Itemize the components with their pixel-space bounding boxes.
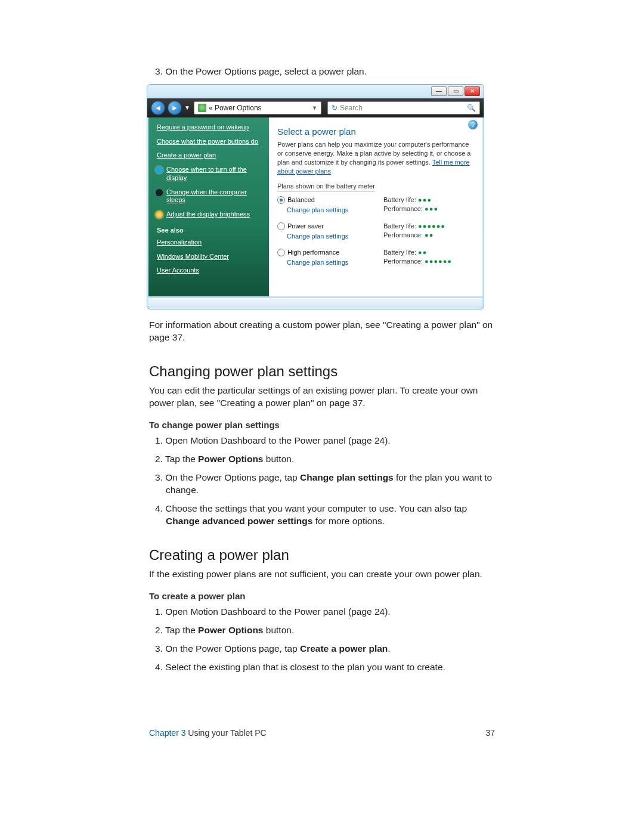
sidebar-item-create-plan[interactable]: Create a power plan	[157, 151, 263, 160]
plan-row-balanced: BalancedChange plan settingsBattery life…	[277, 196, 474, 215]
page-footer: Chapter 3 Using your Tablet PC 37	[149, 727, 495, 739]
performance-dots: ●●	[425, 231, 434, 239]
plan-row-power-saver: Power saverChange plan settingsBattery l…	[277, 222, 474, 241]
performance-label: Performance:	[383, 231, 423, 239]
proc-b-title: To create a power plan	[149, 590, 495, 602]
proc-b-step4: 4. Select the existing plan that is clos…	[149, 661, 495, 674]
battery-label: Battery life:	[383, 249, 416, 256]
search-placeholder: Search	[340, 103, 467, 113]
refresh-icon[interactable]: ↻	[332, 103, 338, 113]
plan-radio[interactable]	[277, 222, 285, 230]
section-creating-heading: Creating a power plan	[149, 546, 495, 565]
footer-chapter: Chapter 3	[149, 728, 185, 738]
sidebar-item-password[interactable]: Require a password on wakeup	[157, 123, 263, 132]
performance-label: Performance:	[383, 205, 423, 212]
performance-dots: ●●●	[425, 205, 438, 212]
nav-history-dropdown[interactable]: ▼	[184, 104, 190, 112]
battery-label: Battery life:	[383, 196, 416, 203]
proc-a-step4: 4. Choose the settings that you want you…	[149, 503, 495, 528]
forward-button[interactable]: ►	[168, 101, 182, 115]
pane-heading: Select a power plan	[277, 126, 474, 138]
footer-page-number: 37	[485, 727, 495, 739]
minimize-button[interactable]: —	[431, 86, 447, 96]
proc-a-step2: 2. Tap the Power Options button.	[149, 453, 495, 466]
breadcrumb-text: « Power Options	[209, 103, 262, 113]
section-changing-heading: Changing power plan settings	[149, 362, 495, 381]
status-bar	[148, 298, 482, 308]
proc-b-step3: 3. On the Power Options page, tap Create…	[149, 643, 495, 655]
change-plan-settings-link[interactable]: Change plan settings	[287, 206, 379, 215]
sidebar-item-brightness[interactable]: Adjust the display brightness	[157, 210, 263, 219]
step-3: 3. On the Power Options page, select a p…	[149, 66, 495, 78]
plan-name: Balanced	[287, 196, 315, 205]
sidebar-item-buttons[interactable]: Choose what the power buttons do	[157, 138, 263, 146]
change-plan-settings-link[interactable]: Change plan settings	[287, 232, 379, 241]
section-creating-intro: If the existing power plans are not suff…	[149, 568, 495, 581]
sidebar-item-sleep[interactable]: Change when the computer sleeps	[157, 188, 263, 205]
monitor-icon	[156, 166, 163, 174]
sidebar-item-display-off[interactable]: Choose when to turn off the display	[157, 166, 263, 182]
explorer-navbar: ◄ ► ▼ « Power Options ▼ ↻ Search 🔍	[147, 98, 484, 117]
plan-name: Power saver	[287, 222, 324, 231]
sidebar-see-also-mobility[interactable]: Windows Mobility Center	[157, 253, 263, 261]
maximize-button[interactable]: ▭	[448, 86, 463, 96]
main-pane: ? Select a power plan Power plans can he…	[269, 117, 482, 296]
plan-radio[interactable]	[277, 196, 285, 204]
breadcrumb-dropdown-icon[interactable]: ▼	[312, 104, 317, 112]
proc-b-step2: 2. Tap the Power Options button.	[149, 624, 495, 637]
plan-row-high-performance: High performanceChange plan settingsBatt…	[277, 248, 474, 267]
close-button[interactable]: ✕	[465, 86, 480, 96]
sidebar-see-also-accounts[interactable]: User Accounts	[157, 267, 263, 275]
plan-radio[interactable]	[277, 249, 285, 256]
back-button[interactable]: ◄	[151, 101, 165, 115]
performance-label: Performance:	[383, 258, 423, 265]
proc-a-step1: 1. Open Motion Dashboard to the Power pa…	[149, 435, 495, 447]
search-icon[interactable]: 🔍	[467, 103, 476, 113]
address-breadcrumb[interactable]: « Power Options ▼	[194, 101, 321, 114]
battery-dots: ●●●	[418, 196, 432, 203]
pane-description: Power plans can help you maximize your c…	[277, 140, 474, 175]
section-changing-intro: You can edit the particular settings of …	[149, 385, 495, 410]
proc-a-step3: 3. On the Power Options page, tap Change…	[149, 472, 495, 497]
power-options-window: — ▭ ✕ ◄ ► ▼ « Power Options ▼ ↻ Search 🔍…	[147, 84, 484, 309]
help-icon[interactable]: ?	[468, 120, 478, 129]
moon-icon	[156, 189, 163, 196]
battery-dots: ●●●●●●	[418, 222, 445, 230]
proc-a-title: To change power plan settings	[149, 419, 495, 431]
see-also-heading: See also	[157, 226, 263, 235]
search-input[interactable]: ↻ Search 🔍	[327, 101, 480, 114]
battery-label: Battery life:	[383, 222, 416, 230]
plan-name: High performance	[287, 248, 339, 257]
change-plan-settings-link[interactable]: Change plan settings	[287, 258, 379, 267]
plans-group-label: Plans shown on the battery meter	[277, 182, 375, 193]
footer-title: Using your Tablet PC	[185, 728, 266, 738]
sun-icon	[156, 211, 163, 218]
performance-dots: ●●●●●●	[425, 258, 452, 265]
power-icon	[198, 104, 206, 112]
window-titlebar: — ▭ ✕	[147, 85, 484, 98]
tasks-sidebar: Require a password on wakeup Choose what…	[148, 117, 269, 296]
sidebar-see-also-personalization[interactable]: Personalization	[157, 239, 263, 247]
post-image-note: For information about creating a custom …	[149, 319, 495, 344]
battery-dots: ●●	[418, 249, 427, 256]
proc-b-step1: 1. Open Motion Dashboard to the Power pa…	[149, 606, 495, 618]
